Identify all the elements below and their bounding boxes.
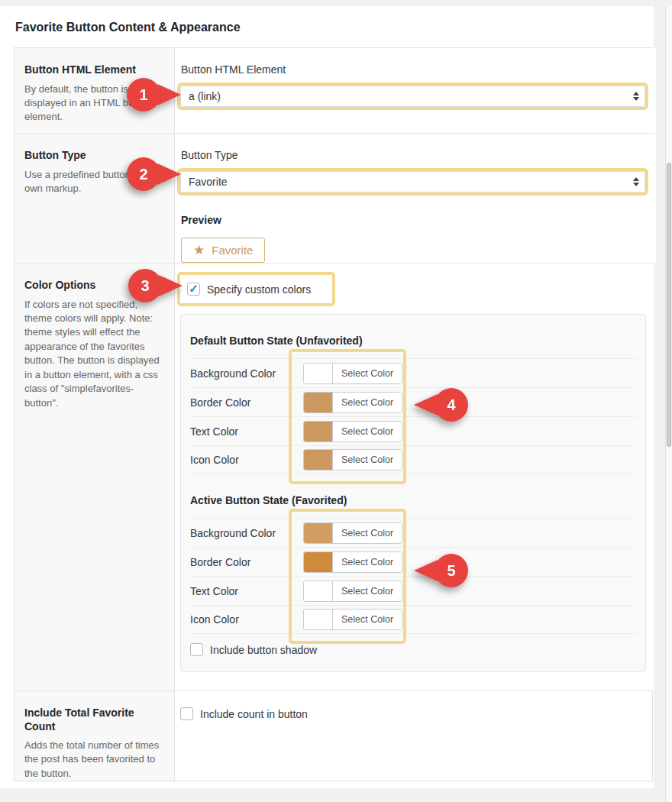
select-color-button[interactable]: Select Color	[303, 449, 402, 471]
setting-control-cell: Button Type Favorite Preview ★ Favorite	[175, 134, 656, 263]
callout-pin-3: 3	[128, 269, 183, 302]
setting-description: Adds the total number of times the post …	[24, 739, 164, 781]
checkbox-label: Include button shadow	[210, 644, 317, 656]
callout-pin-number: 2	[127, 157, 160, 191]
select-value: a (link)	[189, 90, 221, 102]
preview-heading: Preview	[181, 214, 648, 226]
callout-pin-1: 1	[127, 78, 182, 112]
color-swatch	[304, 581, 333, 601]
color-row-background: Background Color Select Color	[190, 358, 636, 387]
select-value: Favorite	[189, 176, 228, 188]
setting-row-button-type: Button Type Use a predefined button or y…	[15, 134, 652, 264]
callout-pin-tip	[157, 163, 181, 185]
setting-control-cell: Include count in button	[175, 691, 652, 781]
button-shadow-option: Include button shadow	[190, 643, 317, 656]
select-color-button[interactable]: Select Color	[303, 522, 402, 544]
setting-description: If colors are not specified, theme color…	[24, 298, 164, 411]
color-swatch	[304, 422, 333, 441]
setting-label-cell: Button Type Use a predefined button or y…	[15, 134, 175, 263]
callout-pin-tip	[159, 275, 183, 296]
field-label: Button HTML Element	[181, 63, 648, 76]
select-color-button[interactable]: Select Color	[303, 551, 402, 573]
setting-heading: Button HTML Element	[24, 63, 164, 77]
select-color-label: Select Color	[333, 610, 402, 629]
setting-control-cell: Button HTML Element a (link)	[175, 48, 656, 133]
color-row-text: Text Color Select Color	[190, 416, 636, 445]
select-arrows-icon	[633, 177, 639, 186]
select-color-label: Select Color	[333, 552, 402, 572]
select-color-label: Select Color	[333, 581, 402, 601]
favorite-preview-button[interactable]: ★ Favorite	[181, 238, 265, 263]
callout-pin-5: 5	[414, 554, 469, 587]
select-color-button[interactable]: Select Color	[303, 609, 402, 630]
color-row-border: Border Color Select Color	[190, 387, 636, 416]
color-row-label: Border Color	[190, 396, 303, 409]
color-options-panel: Default Button State (Unfavorited) Backg…	[180, 314, 646, 672]
vertical-scrollbar	[665, 6, 672, 802]
select-color-label: Select Color	[333, 450, 402, 470]
color-swatch	[304, 364, 333, 383]
setting-row-favorite-count: Include Total Favorite Count Adds the to…	[15, 691, 652, 781]
color-swatch	[304, 393, 333, 412]
color-swatch	[304, 523, 333, 543]
select-color-button[interactable]: Select Color	[303, 421, 402, 442]
button-type-select[interactable]: Favorite	[180, 171, 645, 192]
include-count-checkbox[interactable]	[180, 707, 193, 720]
color-row-icon: Icon Color Select Color	[190, 605, 636, 634]
count-option: Include count in button	[180, 707, 308, 720]
select-color-label: Select Color	[333, 523, 402, 543]
default-state-rows: Background Color Select Color Border Col…	[190, 358, 636, 474]
callout-pin-number: 1	[127, 78, 160, 112]
callout-pin-number: 5	[435, 554, 468, 587]
callout-pin-4: 4	[414, 388, 469, 422]
color-swatch	[304, 552, 333, 572]
callout-pin-number: 3	[128, 269, 162, 302]
setting-row-color-options: Color Options If colors are not specifie…	[15, 264, 652, 691]
setting-label-cell: Include Total Favorite Count Adds the to…	[15, 691, 175, 781]
color-row-label: Background Color	[190, 367, 303, 380]
select-color-button[interactable]: Select Color	[303, 392, 402, 413]
color-row-label: Icon Color	[190, 454, 303, 466]
callout-pin-number: 4	[435, 388, 468, 422]
color-row-label: Text Color	[190, 585, 303, 597]
color-row-label: Icon Color	[190, 613, 303, 626]
star-icon: ★	[193, 244, 205, 257]
highlight-box: Specify custom colors	[177, 272, 335, 306]
color-row-background: Background Color Select Color	[190, 518, 636, 547]
group-heading-active-state: Active Button State (Favorited)	[190, 474, 636, 518]
callout-pin-2: 2	[127, 157, 182, 191]
color-row-label: Border Color	[190, 556, 303, 568]
field-label: Button Type	[181, 149, 648, 161]
group-heading-default-state: Default Button State (Unfavorited)	[190, 315, 636, 358]
color-row-icon: Icon Color Select Color	[190, 445, 636, 474]
settings-page: Favorite Button Content & Appearance But…	[0, 6, 654, 788]
callout-pin-tip	[157, 84, 181, 105]
highlight-box: Favorite	[177, 168, 648, 196]
highlight-box: a (link)	[177, 82, 648, 110]
color-row-label: Text Color	[190, 425, 303, 438]
specify-custom-colors-checkbox[interactable]	[187, 283, 200, 296]
setting-control-cell: Specify custom colors Default Button Sta…	[175, 264, 654, 690]
select-color-button[interactable]: Select Color	[303, 363, 402, 384]
color-swatch	[304, 610, 333, 629]
setting-heading: Include Total Favorite Count	[24, 707, 164, 733]
include-button-shadow-checkbox[interactable]	[190, 643, 203, 656]
select-color-label: Select Color	[333, 364, 402, 383]
settings-table: Button HTML Element By default, the butt…	[14, 47, 653, 781]
button-html-element-select[interactable]: a (link)	[180, 86, 645, 107]
setting-row-button-html-element: Button HTML Element By default, the butt…	[15, 48, 652, 134]
checkbox-label: Include count in button	[200, 708, 308, 720]
color-swatch	[304, 450, 333, 470]
active-state-rows: Background Color Select Color Border Col…	[190, 518, 636, 634]
scrollbar-thumb[interactable]	[667, 163, 671, 447]
page-title: Favorite Button Content & Appearance	[0, 6, 654, 34]
setting-label-cell: Color Options If colors are not specifie…	[15, 264, 175, 690]
select-color-button[interactable]: Select Color	[303, 580, 402, 602]
color-row-text: Text Color Select Color	[190, 576, 636, 605]
select-color-label: Select Color	[333, 393, 402, 412]
preview-button-label: Favorite	[212, 244, 253, 257]
color-row-label: Background Color	[190, 527, 303, 539]
checkbox-label: Specify custom colors	[207, 283, 311, 296]
select-color-label: Select Color	[333, 422, 402, 441]
color-row-border: Border Color Select Color	[190, 547, 636, 576]
